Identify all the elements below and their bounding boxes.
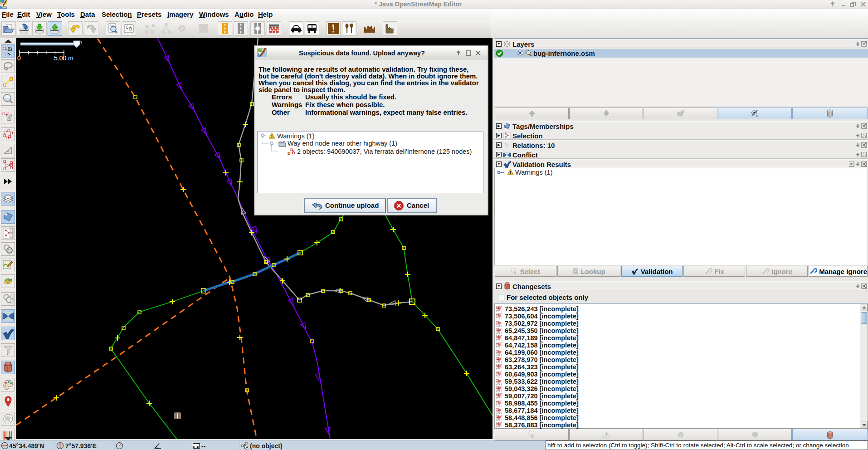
svg-text:5.00 m: 5.00 m <box>54 54 73 62</box>
svg-text:0: 0 <box>17 54 21 62</box>
svg-text:?: ? <box>291 150 294 155</box>
